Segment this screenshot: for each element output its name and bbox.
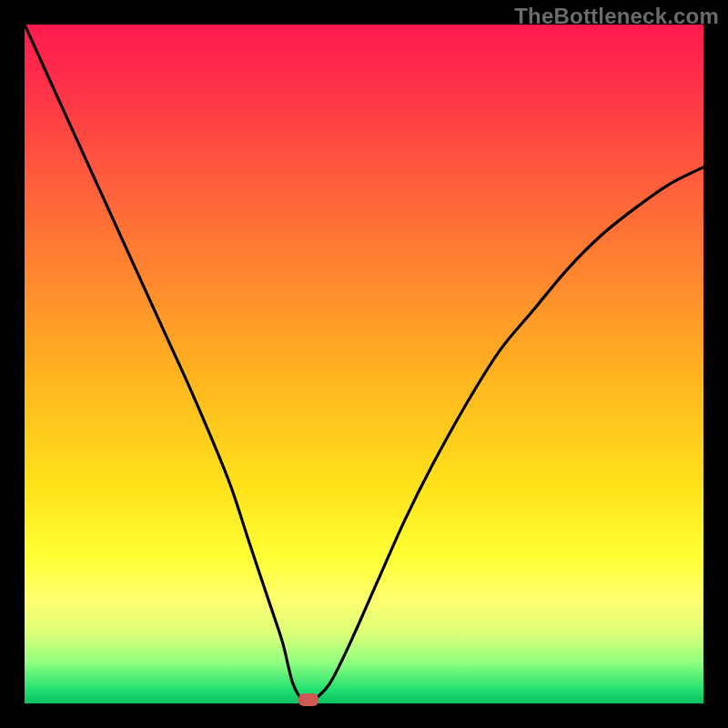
curve-path	[25, 25, 703, 703]
bottleneck-curve	[25, 25, 703, 703]
optimum-marker	[298, 693, 318, 706]
plot-area	[25, 25, 703, 703]
watermark-text: TheBottleneck.com	[514, 4, 719, 29]
chart-frame: TheBottleneck.com	[0, 0, 728, 728]
